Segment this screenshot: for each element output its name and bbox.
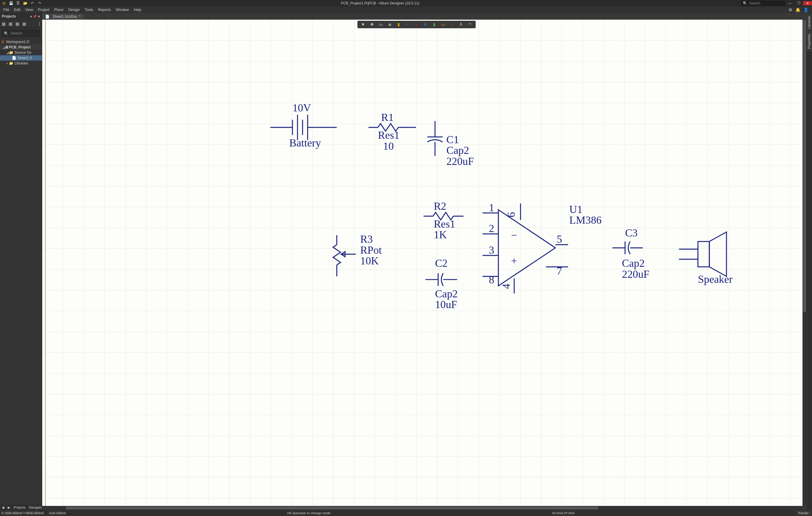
- panel-close-icon[interactable]: ✕: [38, 15, 40, 18]
- svg-text:Cap2: Cap2: [622, 257, 645, 269]
- svg-text:LM386: LM386: [570, 214, 602, 226]
- menu-reports[interactable]: Reports: [96, 7, 113, 12]
- comp-r3[interactable]: R3 RPot 10K: [333, 233, 382, 276]
- svg-text:4: 4: [500, 284, 512, 289]
- global-search-input[interactable]: 🔍 Search: [741, 1, 785, 6]
- comp-c2[interactable]: C2 Cap2 10uF: [426, 257, 458, 310]
- undo-button[interactable]: ↶: [30, 1, 35, 5]
- editor-nav-footer: ◀ ▶ Projects Navigator Editor: [0, 505, 42, 510]
- svg-text:6: 6: [505, 212, 517, 217]
- menu-design[interactable]: Design: [66, 7, 82, 12]
- schematic-svg: 10V Battery R1: [42, 20, 803, 506]
- editor-area: 📄 Sheet1.SchDoc * ▼ ✥ ▭ ≣ ▮ 〰 ⏚ ⎘ ▮ ▭: [42, 13, 807, 510]
- svg-text:Res1: Res1: [378, 129, 400, 141]
- nav-tab-projects[interactable]: Projects: [12, 506, 27, 509]
- menu-view[interactable]: View: [23, 7, 35, 12]
- svg-text:10uF: 10uF: [435, 299, 457, 310]
- svg-text:C3: C3: [625, 227, 637, 239]
- status-hint: Hit Spacebar to change mode: [287, 511, 330, 515]
- panels-button[interactable]: Panels: [796, 511, 811, 515]
- projects-search-input[interactable]: 🔍 Search: [2, 30, 40, 37]
- nav-next-icon[interactable]: ▶: [6, 506, 12, 510]
- svg-text:7: 7: [557, 265, 562, 277]
- svg-text:RPot: RPot: [360, 244, 382, 256]
- canvas-scrollbar-vertical[interactable]: [803, 20, 807, 506]
- panel-tab-libraries[interactable]: Libraries: [807, 13, 812, 31]
- svg-text:3: 3: [489, 244, 494, 256]
- tree-source-docs[interactable]: ◢📁Source Do: [0, 50, 42, 55]
- menu-help[interactable]: Help: [132, 7, 143, 12]
- menu-edit[interactable]: Edit: [12, 7, 23, 12]
- svg-text:−: −: [511, 229, 517, 241]
- svg-text:Battery: Battery: [289, 137, 321, 149]
- menu-tools[interactable]: Tools: [83, 7, 95, 12]
- window-title: PCB_Project1.PrjPCB - Altium Designer (1…: [44, 1, 741, 5]
- right-panel-strip: Libraries Properties: [807, 13, 812, 510]
- document-tab-label: Sheet1.SchDoc: [53, 15, 77, 19]
- search-icon: 🔍: [4, 31, 9, 36]
- settings-icon[interactable]: ⚙: [788, 7, 792, 12]
- global-search-placeholder: Search: [749, 1, 760, 5]
- panel-dropdown-icon[interactable]: ▾: [30, 15, 32, 18]
- projects-tree[interactable]: 🗎Workspace1.D ◢🗎PCB_Project ◢📁Source Do …: [0, 38, 42, 505]
- menu-file[interactable]: File: [1, 7, 11, 12]
- save-all-button[interactable]: 🗄: [16, 1, 21, 5]
- svg-text:1K: 1K: [434, 229, 447, 241]
- tree-libraries[interactable]: ▸📁Libraries: [0, 61, 42, 66]
- open-button[interactable]: 📂: [23, 1, 28, 5]
- svg-text:R3: R3: [360, 233, 373, 245]
- search-icon: 🔍: [743, 1, 747, 5]
- close-button[interactable]: ✕: [803, 1, 812, 5]
- svg-text:10K: 10K: [360, 255, 379, 267]
- menu-window[interactable]: Window: [114, 7, 131, 12]
- comp-c1[interactable]: C1 Cap2 220uF: [428, 121, 474, 167]
- menu-place[interactable]: Place: [52, 7, 65, 12]
- svg-rect-64: [698, 242, 709, 267]
- comp-speaker[interactable]: Speaker: [679, 232, 733, 285]
- projects-tool-1[interactable]: ▦: [2, 21, 6, 26]
- title-bar: ◔ 💾 🗄 📂 ↶ ↷ PCB_Project1.PrjPCB - Altium…: [0, 0, 812, 6]
- svg-marker-65: [709, 232, 726, 276]
- status-delta: dX:0mil dY:0mil: [552, 511, 575, 515]
- projects-panel: Projects ▾ 📌 ✕ ▦ ▦ ▦ ▦ ⟨ 🔍 Search 🗎Works…: [0, 13, 42, 510]
- nav-prev-icon[interactable]: ◀: [0, 506, 6, 510]
- notifications-icon[interactable]: 🔔: [795, 7, 801, 12]
- svg-text:Cap2: Cap2: [446, 144, 469, 156]
- minimize-button[interactable]: —: [785, 1, 794, 5]
- document-tab-sheet1[interactable]: 📄 Sheet1.SchDoc *: [42, 13, 83, 20]
- comp-r1[interactable]: R1 Res1 10: [369, 111, 416, 152]
- canvas-scrollbar-horizontal[interactable]: [42, 506, 803, 510]
- status-bar: X:1000.000mil Y:4600.000mil Grid:100mil …: [0, 510, 812, 516]
- redo-button[interactable]: ↷: [37, 1, 42, 5]
- projects-panel-title: Projects: [2, 14, 16, 19]
- projects-tool-collapse[interactable]: ⟨: [38, 21, 40, 26]
- user-icon[interactable]: 👤: [803, 7, 808, 12]
- svg-text:C2: C2: [435, 257, 447, 269]
- comp-r2[interactable]: R2 Res1 1K: [424, 200, 463, 241]
- panel-pin-icon[interactable]: 📌: [33, 15, 36, 18]
- svg-text:Speaker: Speaker: [698, 273, 733, 285]
- menu-bar: File Edit View Project Place Design Tool…: [0, 6, 812, 13]
- schematic-canvas[interactable]: ▼ ✥ ▭ ≣ ▮ 〰 ⏚ ⎘ ▮ ▭ ⦸ A ◠: [42, 20, 803, 506]
- panel-tab-properties[interactable]: Properties: [807, 31, 812, 51]
- tree-sheet1[interactable]: 📄Sheet1.S: [0, 55, 42, 61]
- comp-u1[interactable]: − + 1 2 3 8 6 4 5 7 U1 LM386: [483, 202, 602, 294]
- tree-project[interactable]: ◢🗎PCB_Project: [0, 45, 42, 50]
- maximize-button[interactable]: ❐: [794, 1, 803, 5]
- app-logo-icon: ◔: [1, 1, 6, 5]
- tree-workspace[interactable]: 🗎Workspace1.D: [0, 39, 42, 45]
- projects-tool-3[interactable]: ▦: [16, 21, 19, 26]
- svg-text:Res1: Res1: [434, 218, 456, 230]
- comp-battery[interactable]: 10V Battery: [270, 102, 337, 148]
- svg-text:10V: 10V: [292, 102, 311, 114]
- comp-c3[interactable]: C3 Cap2 220uF: [612, 227, 649, 280]
- svg-text:10: 10: [383, 140, 394, 152]
- menu-project[interactable]: Project: [36, 7, 52, 12]
- save-button[interactable]: 💾: [8, 1, 14, 5]
- projects-toolbar: ▦ ▦ ▦ ▦ ⟨: [0, 20, 42, 28]
- document-tab-icon: 📄: [45, 15, 50, 19]
- svg-text:R2: R2: [434, 200, 446, 212]
- projects-tool-4[interactable]: ▦: [22, 21, 26, 26]
- projects-tool-2[interactable]: ▦: [9, 21, 12, 26]
- document-tab-dirty-icon: *: [79, 15, 81, 19]
